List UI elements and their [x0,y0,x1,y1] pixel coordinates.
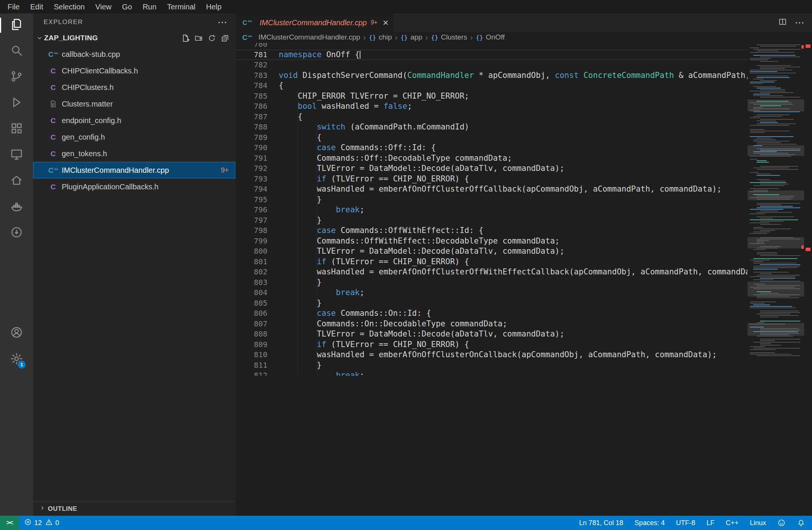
file-row[interactable]: C endpoint_config.h [33,112,235,129]
new-folder-icon[interactable] [194,34,203,43]
activity-search[interactable] [8,42,26,60]
status-item[interactable]: LF [707,519,714,527]
code-row[interactable]: 790 case Commands::Off::Id: { [235,143,748,153]
code-row[interactable]: 809 if (TLVError == CHIP_NO_ERROR) { [235,340,748,350]
code-row[interactable]: 805 } [235,298,748,309]
code-row[interactable]: 794 wasHandled = emberAfOnOffClusterOffC… [235,184,748,195]
code-row[interactable]: 798 case Commands::OffWithEffect::Id: { [235,225,748,236]
file-row[interactable]: C++ callback-stub.cpp [33,46,235,62]
code-row[interactable]: 804 break; [235,288,748,298]
split-editor-icon[interactable] [778,17,787,28]
code-row[interactable]: 802 wasHandled = emberAfOnOffClusterOffW… [235,267,748,277]
code-row[interactable]: 793 if (TLVError == CHIP_NO_ERROR) { [235,174,748,184]
file-row[interactable]: C CHIPClientCallbacks.h [33,62,235,79]
code-row[interactable]: 799 Commands::OffWithEffect::DecodableTy… [235,236,748,247]
problems-status[interactable]: 12 0 [19,518,59,528]
activity-explorer[interactable] [8,16,26,34]
code-row[interactable]: 789 { [235,132,748,143]
tab-imclustercommandhandler[interactable]: C++ IMClusterCommandHandler.cpp 9+ × [235,14,394,32]
breadcrumb-symbol-clusters[interactable]: {}Clusters [431,33,467,41]
menu-help[interactable]: Help [201,0,227,14]
close-icon[interactable]: × [383,18,388,27]
menu-file[interactable]: File [2,0,25,14]
menu-terminal[interactable]: Terminal [162,0,201,14]
code-row[interactable]: 806 case Commands::On::Id: { [235,308,748,319]
scrollbar[interactable] [804,43,812,516]
status-item[interactable]: C++ [726,519,739,527]
code-row[interactable]: 810 wasHandled = emberAfOnOffClusterOnCa… [235,350,748,360]
code-row[interactable]: 811 } [235,360,748,371]
collapse-all-icon[interactable] [221,34,229,43]
line-number: 800 [235,246,267,257]
feedback-icon[interactable] [777,519,786,527]
sidebar-header: EXPLORER ⋯ [33,14,235,31]
activity-home[interactable] [8,172,26,190]
menu-selection[interactable]: Selection [49,0,90,14]
activity-docker[interactable] [8,198,26,216]
code-row[interactable]: 784 { [235,81,748,91]
status-item[interactable]: Linux [750,519,766,527]
line-number: 784 [235,81,267,91]
menu-run[interactable]: Run [137,0,162,14]
menu-view[interactable]: View [90,0,117,14]
code-row[interactable]: 781 namespace OnOff { [235,50,748,60]
file-row[interactable]: C PluginApplicationCallbacks.h [33,178,235,195]
more-actions-icon[interactable]: ⋯ [795,17,804,29]
code-row[interactable]: 780 [235,43,748,50]
menu-go[interactable]: Go [117,0,137,14]
code-row[interactable]: 795 } [235,195,748,205]
code-row[interactable]: 797 } [235,215,748,226]
remote-indicator[interactable]: >< [0,516,19,530]
bell-icon[interactable] [797,519,805,527]
code-editor[interactable]: 780 781 namespace OnOff { 782 783 void D… [235,43,812,516]
activity-remote-explorer[interactable] [8,146,26,164]
code-row[interactable]: 791 Commands::Off::DecodableType command… [235,153,748,164]
status-bar: >< 12 0 Ln 781, Col 18Spaces: 4UTF-8LFC+… [0,516,812,530]
workbench: 1 EXPLORER ⋯ ZAP_LIGHTING C++ callback-s… [0,14,812,516]
activity-run-debug[interactable] [8,94,26,112]
code-row[interactable]: 803 } [235,277,748,288]
activity-source-control[interactable] [8,68,26,86]
code-row[interactable]: 800 TLVError = DataModel::Decode(aDataTl… [235,246,748,257]
activity-extensions[interactable] [8,120,26,138]
outline-section-header[interactable]: OUTLINE [33,501,235,516]
file-row[interactable]: Clusters.matter [33,96,235,112]
breadcrumb-symbol-onoff[interactable]: {}OnOff [476,33,505,41]
line-number: 780 [235,43,267,50]
circle-arrow-icon [10,225,23,241]
code-row[interactable]: 796 break; [235,205,748,215]
status-item[interactable]: Ln 781, Col 18 [579,519,623,527]
code-row[interactable]: 783 void DispatchServerCommand(CommandHa… [235,70,748,81]
code-row[interactable]: 787 { [235,112,748,122]
code-row[interactable]: 785 CHIP_ERROR TLVError = CHIP_NO_ERROR; [235,91,748,102]
folder-section-header[interactable]: ZAP_LIGHTING [33,31,235,45]
line-number: 788 [235,122,267,132]
code-row[interactable]: 792 TLVError = DataModel::Decode(aDataTl… [235,163,748,174]
breadcrumb-file[interactable]: C++IMClusterCommandHandler.cpp [241,33,360,41]
file-row[interactable]: C gen_config.h [33,129,235,145]
file-row[interactable]: C++ IMClusterCommandHandler.cpp 9+ [33,162,235,178]
refresh-icon[interactable] [208,34,216,43]
code-row[interactable]: 788 switch (aCommandPath.mCommandId) [235,122,748,132]
status-item[interactable]: Spaces: 4 [635,519,665,527]
breadcrumb-symbol-chip[interactable]: {}chip [369,33,392,41]
code-viewport[interactable]: 780 781 namespace OnOff { 782 783 void D… [235,43,748,376]
file-row[interactable]: C gen_tokens.h [33,145,235,162]
code-row[interactable]: 808 TLVError = DataModel::Decode(aDataTl… [235,329,748,340]
status-item[interactable]: UTF-8 [676,519,695,527]
breadcrumb-symbol-app[interactable]: {}app [400,33,422,41]
code-row[interactable]: 807 Commands::On::DecodableType commandD… [235,319,748,329]
code-row[interactable]: 782 [235,60,748,70]
code-row[interactable]: 786 bool wasHandled = false; [235,101,748,112]
activity-test-explorer[interactable] [8,224,26,242]
new-file-icon[interactable] [181,34,190,43]
file-row[interactable]: C CHIPClusters.h [33,79,235,96]
code-row[interactable]: 801 if (TLVError == CHIP_NO_ERROR) { [235,257,748,267]
more-actions-icon[interactable]: ⋯ [218,18,228,26]
activity-settings[interactable]: 1 [8,350,26,369]
code-row[interactable]: 812 break; [235,370,748,376]
activity-accounts[interactable] [8,324,26,342]
menu-edit[interactable]: Edit [25,0,48,14]
file-name: gen_config.h [62,133,105,142]
minimap[interactable] [748,43,804,359]
